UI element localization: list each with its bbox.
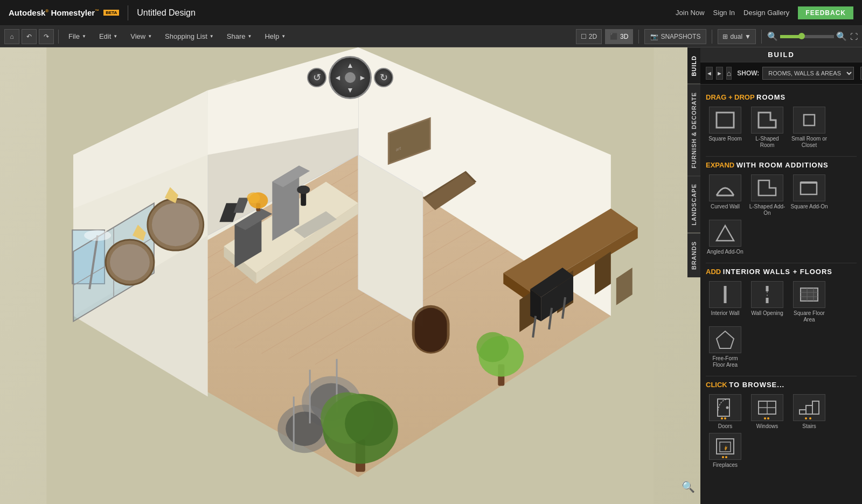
edit-menu[interactable]: Edit ▼ [94,29,123,44]
svg-point-75 [297,185,310,194]
browse-grid: Doors Windows [706,394,857,468]
design-gallery-link[interactable]: Design Gallery [743,9,789,17]
svg-point-103 [721,417,723,419]
section-separator-2 [706,263,857,263]
3d-canvas[interactable]: art [0,47,700,504]
beta-badge: BETA [103,10,119,16]
fullscreen-btn[interactable]: ⛶ [850,32,858,41]
svg-point-109 [767,417,769,419]
side-tabs: BUILD FURNISH & DECORATE LANDSCAPE BRAND… [687,47,700,277]
pan-up-btn[interactable]: ▲ [345,60,356,71]
zoom-thumb[interactable] [798,33,805,39]
curved-wall-item[interactable]: Curved Wall [706,174,745,216]
panel-back-btn[interactable]: ◄ [706,67,713,80]
view-menu[interactable]: View ▼ [125,29,157,44]
join-now-link[interactable]: Join Now [676,9,704,17]
rotate-left-btn[interactable]: ↺ [307,68,326,87]
feedback-button[interactable]: FEEDBACK [798,6,853,19]
magnify-icon[interactable]: 🔍 [682,480,695,493]
interior-walls-title: ADD INTERIOR WALLS + FLOORS [706,268,857,276]
free-form-floor-icon [709,326,741,353]
l-shaped-addon-icon [751,174,783,201]
panel-home-btn[interactable]: ⌂ [726,67,732,80]
interior-walls-grid: Interior Wall Wall Opening [706,281,857,368]
stairs-item[interactable]: Stairs [790,394,829,430]
file-menu[interactable]: File ▼ [63,29,92,44]
right-panel: BUILD ◄ ► ⌂ SHOW: ROOMS, WALLS & AREAS F… [700,47,862,504]
l-shaped-addon-item[interactable]: L-Shaped Add-On [748,174,787,216]
curved-wall-label: Curved Wall [711,204,740,210]
panel-forward-btn[interactable]: ► [716,67,723,80]
dual-icon: ⊞ [722,33,728,40]
view-2d-btn[interactable]: ☐ 2D [576,29,602,44]
zoom-in-btn[interactable]: 🔍 [836,31,847,41]
zoom-out-btn[interactable]: 🔍 [767,31,778,41]
fireplaces-icon [709,433,741,460]
square-room-item[interactable]: Square Room [706,107,745,149]
panel-header: ◄ ► ⌂ SHOW: ROOMS, WALLS & AREAS FLOOR P… [700,62,862,85]
shopping-list-menu[interactable]: Shopping List ▼ [159,29,219,44]
doors-icon [709,394,741,421]
share-menu[interactable]: Share ▼ [221,29,258,44]
toolbar-separator-4 [761,30,762,44]
square-floor-item[interactable]: Square Floor Area [790,281,829,323]
view-3d-btn[interactable]: ⬛ 3D [605,29,633,44]
svg-point-30 [152,203,199,246]
small-room-item[interactable]: Small Room or Closet [790,107,829,149]
windows-label: Windows [756,423,778,430]
free-form-floor-item[interactable]: Free-Form Floor Area [706,326,745,368]
interior-wall-item[interactable]: Interior Wall [706,281,745,323]
design-title: Untitled Design [137,8,196,18]
drag-rooms-title: DRAG + DROP ROOMS [706,93,857,101]
undo-btn[interactable]: ↶ [22,29,37,44]
toolbar-separator-3 [712,30,712,44]
home-icon-btn[interactable]: ⌂ [4,29,19,44]
pan-left-btn[interactable]: ◄ [332,72,343,83]
angled-addon-item[interactable]: Angled Add-On [706,220,745,255]
redo-btn[interactable]: ↷ [39,29,54,44]
help-menu[interactable]: Help ▼ [259,29,291,44]
snapshots-btn[interactable]: 📷 SNAPSHOTS [644,29,706,44]
svg-point-113 [805,417,807,419]
wall-opening-item[interactable]: Wall Opening [748,281,787,323]
sign-in-link[interactable]: Sign In [713,9,735,17]
svg-rect-84 [804,115,815,125]
doors-item[interactable]: Doors [706,394,745,430]
browse-title: CLICK TO BROWSE... [706,381,857,389]
brands-tab[interactable]: BRANDS [687,233,700,277]
square-addon-item[interactable]: Square Add-On [790,174,829,216]
directional-pad[interactable]: ▲ ▼ ◄ ► [329,56,372,99]
svg-point-102 [726,407,729,409]
canvas-area[interactable]: art [0,47,700,504]
furnish-decorate-tab[interactable]: FURNISH & DECORATE [687,84,700,176]
build-tab[interactable]: BUILD [687,47,700,84]
toolbar-separator-1 [58,30,59,44]
panel-content: DRAG + DROP ROOMS Square Room [700,85,862,504]
svg-point-114 [809,417,811,419]
svg-marker-90 [717,226,734,241]
svg-point-117 [722,456,724,458]
free-form-floor-label: Free-Form Floor Area [706,355,745,368]
landscape-tab[interactable]: LANDSCAPE [687,176,700,233]
pan-down-btn[interactable]: ▼ [345,85,356,95]
stairs-label: Stairs [802,423,816,430]
toolbar-right: ☐ 2D ⬛ 3D 📷 SNAPSHOTS ⊞ dual ▼ 🔍 🔍 ⛶ [576,29,858,44]
pan-right-btn[interactable]: ► [357,72,368,83]
l-shaped-room-icon [751,107,783,134]
nav-center-btn[interactable] [345,72,356,83]
svg-marker-86 [759,180,776,195]
svg-rect-112 [812,401,819,414]
fireplaces-item[interactable]: Fireplaces [706,433,745,468]
angled-addon-label: Angled Add-On [707,249,743,255]
interior-wall-icon [709,281,741,308]
windows-item[interactable]: Windows [748,394,787,430]
square-room-icon [709,107,741,134]
show-dropdown[interactable]: ROOMS, WALLS & AREAS FLOOR PLAN 3D VIEW [762,67,854,80]
svg-point-41 [345,401,393,446]
dual-view-btn[interactable]: ⊞ dual ▼ [718,29,756,44]
zoom-slider[interactable] [780,35,834,38]
l-shaped-room-item[interactable]: L-Shaped Room [748,107,787,149]
title-divider [128,5,128,20]
svg-point-77 [84,230,111,241]
rotate-right-btn[interactable]: ↻ [374,68,393,87]
